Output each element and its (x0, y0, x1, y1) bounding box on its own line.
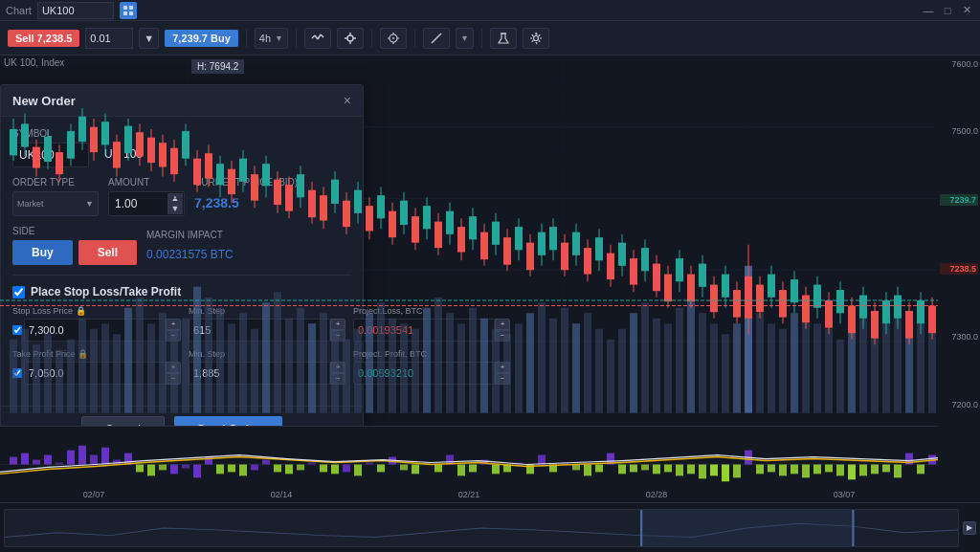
svg-rect-290 (147, 465, 155, 476)
chart-area: 7600.0 7500.0 7239.7 7238.5 7300.0 7200.… (0, 55, 980, 552)
svg-rect-67 (412, 329, 419, 413)
svg-rect-2 (123, 11, 127, 15)
symbol-search-input[interactable] (37, 2, 114, 19)
svg-rect-246 (768, 275, 775, 298)
app-container: Chart — □ ✕ Sell 7,238.5 ▼ 7,239.7 Buy 4… (0, 0, 980, 552)
scroll-right-btn[interactable]: ▶ (963, 521, 976, 535)
svg-rect-72 (469, 308, 477, 413)
svg-rect-306 (331, 465, 339, 475)
separator4 (414, 29, 415, 48)
maximize-btn[interactable]: □ (940, 3, 955, 18)
indicators-btn[interactable] (304, 28, 331, 49)
cursor-btn[interactable] (380, 28, 407, 49)
minimize-btn[interactable]: — (921, 3, 936, 18)
y-label-2: 7500.0 (940, 126, 978, 136)
svg-rect-299 (251, 465, 258, 471)
svg-rect-236 (710, 285, 718, 313)
lot-dropdown[interactable]: ▼ (139, 28, 159, 49)
svg-rect-39 (90, 329, 98, 413)
svg-rect-98 (768, 323, 775, 412)
svg-rect-168 (320, 195, 327, 220)
svg-rect-307 (343, 465, 350, 473)
symbol-icon[interactable] (120, 2, 137, 19)
svg-rect-112 (928, 329, 936, 413)
svg-rect-202 (515, 227, 523, 250)
svg-rect-346 (791, 465, 798, 475)
svg-rect-343 (756, 465, 764, 475)
svg-rect-93 (710, 323, 718, 412)
line-dropdown[interactable]: ▼ (456, 28, 474, 49)
svg-rect-55 (274, 292, 281, 412)
svg-rect-327 (572, 465, 580, 471)
line-tool-btn[interactable] (423, 28, 450, 49)
svg-rect-286 (101, 448, 109, 465)
main-toolbar: Sell 7,238.5 ▼ 7,239.7 Buy 4h ▼ ▼ (0, 21, 980, 55)
svg-rect-262 (859, 296, 867, 319)
svg-rect-353 (871, 465, 879, 475)
svg-rect-204 (526, 243, 534, 271)
y-label-5: 7200.0 (940, 400, 978, 409)
svg-rect-154 (239, 159, 247, 182)
svg-rect-312 (400, 465, 408, 471)
svg-rect-279 (21, 453, 29, 465)
svg-rect-352 (859, 465, 867, 476)
separator2 (296, 29, 297, 48)
svg-rect-114 (10, 129, 17, 155)
svg-rect-62 (354, 329, 362, 413)
svg-rect-329 (595, 465, 603, 473)
svg-rect-166 (308, 190, 316, 218)
x-label-5: 03/07 (834, 490, 856, 499)
svg-rect-210 (561, 243, 568, 271)
svg-rect-80 (561, 308, 568, 413)
svg-rect-130 (101, 121, 109, 144)
y-label-1: 7600.0 (940, 59, 978, 69)
svg-rect-101 (802, 319, 810, 413)
chart-label: Chart (6, 5, 32, 16)
drawing-btn[interactable] (337, 28, 364, 49)
svg-rect-186 (423, 206, 431, 229)
svg-rect-212 (572, 232, 580, 255)
sell-button[interactable]: Sell 7,238.5 (8, 30, 79, 47)
svg-rect-345 (779, 465, 787, 476)
svg-rect-190 (446, 211, 454, 234)
svg-rect-41 (113, 334, 121, 412)
settings-btn[interactable] (523, 28, 549, 49)
x-label-1: 02/07 (83, 490, 105, 499)
timeframe-dropdown[interactable]: 4h ▼ (255, 28, 288, 49)
svg-rect-84 (607, 340, 614, 413)
svg-rect-46 (170, 329, 178, 413)
svg-rect-347 (802, 465, 810, 478)
svg-rect-90 (676, 308, 683, 413)
lot-size-input[interactable] (85, 28, 133, 49)
svg-rect-360 (640, 510, 642, 546)
y-label-4: 7300.0 (940, 332, 978, 342)
svg-rect-132 (113, 142, 121, 167)
svg-rect-108 (882, 323, 890, 412)
svg-rect-336 (676, 465, 683, 476)
svg-rect-310 (377, 465, 385, 473)
svg-rect-3 (129, 11, 133, 15)
flask-btn[interactable] (490, 28, 517, 49)
buy-button[interactable]: 7,239.7 Buy (165, 30, 238, 47)
svg-rect-291 (159, 465, 167, 471)
svg-rect-180 (389, 211, 396, 237)
svg-rect-70 (446, 313, 454, 412)
x-label-2: 02/14 (271, 490, 293, 499)
svg-rect-304 (308, 463, 316, 465)
svg-rect-95 (733, 323, 741, 412)
separator (246, 29, 247, 48)
svg-rect-63 (366, 313, 373, 412)
svg-rect-53 (251, 329, 258, 413)
svg-rect-118 (33, 147, 40, 168)
svg-rect-43 (136, 298, 144, 413)
mini-chart[interactable] (4, 509, 959, 547)
svg-rect-148 (205, 153, 212, 178)
window-controls: — □ ✕ (921, 3, 974, 18)
svg-rect-134 (124, 126, 132, 154)
svg-rect-104 (836, 340, 844, 413)
close-btn[interactable]: ✕ (959, 3, 974, 18)
svg-rect-298 (239, 465, 247, 476)
svg-rect-339 (710, 465, 718, 476)
svg-rect-218 (607, 254, 614, 279)
svg-rect-238 (722, 275, 729, 298)
